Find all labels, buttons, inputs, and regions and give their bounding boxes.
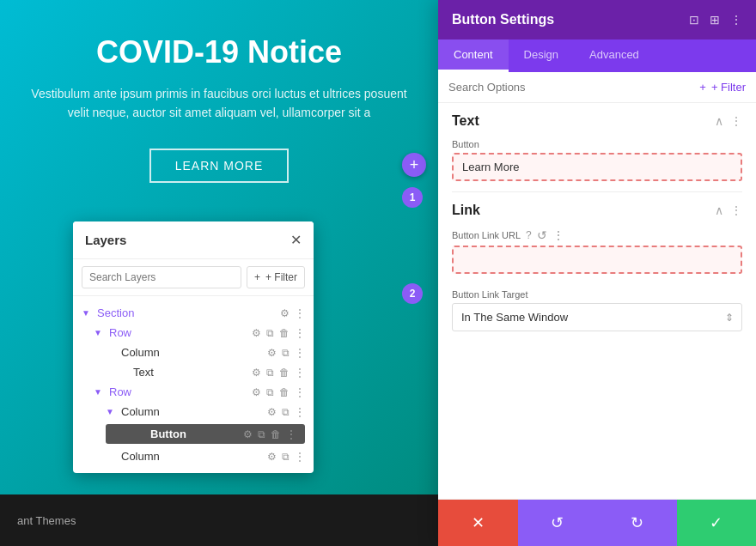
- tab-advanced[interactable]: Advanced: [574, 39, 655, 72]
- target-field-label: Button Link Target: [452, 289, 742, 300]
- tab-design[interactable]: Design: [509, 39, 574, 72]
- tree-item-col-2[interactable]: ▼ Column ⚙ ⧉ ⋮: [73, 402, 314, 422]
- copy-icon[interactable]: ⧉: [266, 367, 274, 379]
- expand-icon[interactable]: ⊞: [710, 13, 720, 27]
- target-select[interactable]: In The Same Window In A New Tab: [452, 303, 742, 331]
- minimize-icon[interactable]: ⊡: [689, 13, 699, 27]
- copy-icon[interactable]: ⧉: [282, 451, 290, 463]
- page-learn-more-button[interactable]: Learn More: [149, 149, 290, 183]
- tree-item-col-1[interactable]: ▶ Column ⚙ ⧉ ⋮: [73, 343, 314, 362]
- more-icon[interactable]: ⋮: [295, 367, 305, 379]
- tree-item-actions: ⚙ ⧉ ⋮: [267, 347, 305, 359]
- text-section-header: Text ∧ ⋮: [438, 103, 756, 134]
- delete-icon[interactable]: 🗑: [271, 428, 281, 440]
- page-title: COVID-19 Notice: [26, 34, 412, 70]
- arrow-icon: ▼: [94, 328, 106, 337]
- section-more-icon[interactable]: ⋮: [730, 203, 742, 217]
- dark-bottom-bar: ant Themes: [0, 494, 438, 546]
- add-section-button[interactable]: +: [402, 153, 426, 177]
- more-icon[interactable]: ⋮: [286, 428, 296, 440]
- section-more-icon[interactable]: ⋮: [730, 114, 742, 128]
- copy-icon[interactable]: ⧉: [266, 386, 274, 398]
- settings-icon[interactable]: ⚙: [252, 327, 261, 339]
- target-field-group: Button Link Target In The Same Window In…: [438, 284, 756, 342]
- tab-content[interactable]: Content: [438, 39, 509, 72]
- redo-button[interactable]: ↻: [597, 500, 677, 546]
- settings-icon[interactable]: ⚙: [252, 367, 261, 379]
- settings-icon[interactable]: ⚙: [252, 386, 261, 398]
- arrow-icon: ▼: [106, 407, 118, 416]
- delete-icon[interactable]: 🗑: [279, 367, 290, 379]
- filter-plus-icon: +: [254, 271, 260, 283]
- link-section-title: Link: [452, 203, 480, 218]
- help-icon[interactable]: ?: [526, 229, 532, 241]
- text-section-controls: ∧ ⋮: [715, 114, 742, 128]
- copy-icon[interactable]: ⧉: [258, 428, 265, 440]
- layers-tree: ▼ Section ⚙ ⋮ ▼ Row ⚙ ⧉ 🗑 ⋮ ▶ Column ⚙ ⧉: [73, 296, 314, 473]
- tree-label: Section: [97, 306, 277, 319]
- cancel-button[interactable]: ✕: [438, 500, 518, 546]
- layers-filter-button[interactable]: + + Filter: [247, 266, 305, 288]
- page-body-text: Vestibulum ante ipsum primis in faucibus…: [26, 84, 412, 123]
- delete-icon[interactable]: 🗑: [279, 327, 290, 339]
- more-options-icon[interactable]: ⋮: [730, 13, 742, 27]
- reset-icon[interactable]: ↺: [537, 228, 547, 242]
- collapse-icon[interactable]: ∧: [715, 114, 723, 128]
- settings-icon[interactable]: ⚙: [267, 347, 277, 359]
- settings-footer: ✕ ↺ ↻ ✓: [438, 499, 756, 546]
- collapse-icon[interactable]: ∧: [715, 203, 723, 217]
- settings-search-input[interactable]: [448, 81, 692, 94]
- settings-tabs: Content Design Advanced: [438, 39, 756, 72]
- settings-filter-button[interactable]: + + Filter: [699, 81, 746, 94]
- tree-item-row-1[interactable]: ▼ Row ⚙ ⧉ 🗑 ⋮: [73, 323, 314, 343]
- link-more-icon[interactable]: ⋮: [552, 228, 564, 242]
- settings-panel-title: Button Settings: [452, 12, 554, 27]
- more-icon[interactable]: ⋮: [295, 347, 305, 359]
- settings-search-row: + + Filter: [438, 72, 756, 103]
- settings-icon[interactable]: ⚙: [267, 406, 277, 418]
- more-icon[interactable]: ⋮: [295, 406, 305, 418]
- tree-item-actions: ⚙ ⧉ ⋮: [267, 451, 305, 463]
- tree-label: Column: [121, 346, 264, 359]
- more-icon[interactable]: ⋮: [295, 327, 305, 339]
- more-icon[interactable]: ⋮: [295, 451, 305, 463]
- text-section-title: Text: [452, 113, 479, 129]
- tree-item-text[interactable]: ▶ Text ⚙ ⧉ 🗑 ⋮: [73, 362, 314, 382]
- settings-icon[interactable]: ⚙: [280, 307, 290, 319]
- layers-search-input[interactable]: [82, 266, 241, 288]
- tree-item-actions: ⚙ ⧉ ⋮: [267, 406, 305, 418]
- copy-icon[interactable]: ⧉: [282, 406, 290, 418]
- delete-icon[interactable]: 🗑: [279, 386, 290, 398]
- layers-close-button[interactable]: ✕: [290, 232, 302, 248]
- tree-item-button[interactable]: Button ⚙ ⧉ 🗑 ⋮: [106, 424, 305, 444]
- url-label-row: Button Link URL ? ↺ ⋮: [452, 228, 742, 242]
- tree-item-section[interactable]: ▼ Section ⚙ ⋮: [73, 303, 314, 323]
- tree-label: Row: [109, 385, 248, 398]
- url-field-group: Button Link URL ? ↺ ⋮: [438, 223, 756, 284]
- link-section-header: Link ∧ ⋮: [438, 192, 756, 223]
- link-section-controls: ∧ ⋮: [715, 203, 742, 217]
- copy-icon[interactable]: ⧉: [282, 347, 290, 359]
- cancel-icon: ✕: [472, 513, 485, 532]
- undo-button[interactable]: ↺: [518, 500, 598, 546]
- arrow-icon: ▼: [82, 308, 94, 318]
- more-icon[interactable]: ⋮: [295, 307, 305, 319]
- layers-panel: Layers ✕ + + Filter ▼ Section ⚙ ⋮ ▼ Row …: [73, 221, 314, 473]
- tree-item-actions: ⚙ ⧉ 🗑 ⋮: [252, 386, 305, 398]
- url-input[interactable]: [452, 246, 742, 274]
- layers-panel-title: Layers: [85, 233, 126, 247]
- button-text-field-group: Button: [438, 134, 756, 191]
- settings-icon[interactable]: ⚙: [243, 428, 253, 440]
- tree-item-row-2[interactable]: ▼ Row ⚙ ⧉ 🗑 ⋮: [73, 382, 314, 402]
- tree-label: Row: [109, 326, 248, 339]
- tree-item-col-3[interactable]: ▶ Column ⚙ ⧉ ⋮: [73, 446, 314, 466]
- more-icon[interactable]: ⋮: [295, 386, 305, 398]
- tree-item-button-row: Button ⚙ ⧉ 🗑 ⋮: [73, 422, 314, 446]
- tree-item-actions: ⚙ ⋮: [280, 307, 305, 319]
- tree-item-actions: ⚙ ⧉ 🗑 ⋮: [252, 327, 305, 339]
- copy-icon[interactable]: ⧉: [266, 327, 274, 339]
- tree-label: Column: [121, 405, 264, 418]
- save-button[interactable]: ✓: [677, 500, 757, 546]
- settings-icon[interactable]: ⚙: [267, 451, 277, 463]
- button-text-input[interactable]: [452, 153, 742, 181]
